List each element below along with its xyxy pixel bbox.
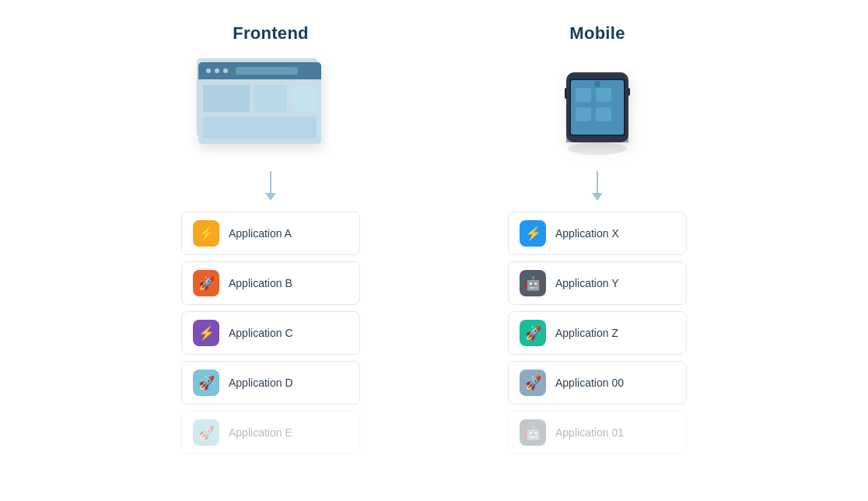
svg-rect-12: [203, 117, 317, 138]
app-item-x[interactable]: ⚡ Application X: [508, 212, 687, 255]
app-icon-y: 🤖: [520, 270, 546, 296]
app-item-01: 🤖 Application 01: [508, 411, 687, 454]
frontend-title: Frontend: [233, 23, 309, 44]
app-name-c: Application C: [229, 327, 293, 339]
app-item-00[interactable]: 🚀 Application 00: [508, 361, 687, 405]
svg-rect-17: [576, 88, 591, 102]
app-name-z: Application Z: [555, 327, 618, 339]
svg-point-6: [215, 68, 219, 73]
app-name-x: Application X: [555, 227, 619, 240]
app-item-b[interactable]: 🚀 Application B: [181, 261, 360, 305]
svg-rect-19: [576, 107, 591, 121]
svg-point-13: [568, 142, 627, 155]
frontend-illustration: [193, 58, 348, 159]
page-wrapper: Frontend: [0, 0, 868, 501]
frontend-arrow: [265, 171, 276, 201]
app-icon-x: ⚡: [520, 220, 546, 247]
svg-rect-20: [596, 107, 611, 121]
app-name-d: Application D: [229, 377, 293, 389]
frontend-column: Frontend: [177, 23, 364, 454]
app-icon-a: ⚡: [193, 220, 219, 247]
app-item-z[interactable]: 🚀 Application Z: [508, 311, 687, 355]
mobile-column: Mobile: [504, 23, 691, 454]
svg-point-21: [594, 81, 600, 87]
mobile-arrow: [592, 171, 603, 201]
app-icon-z: 🚀: [520, 320, 546, 346]
app-name-a: Application A: [229, 227, 292, 240]
svg-rect-9: [203, 85, 250, 112]
mobile-title: Mobile: [569, 23, 625, 44]
mobile-illustration: [520, 58, 675, 159]
app-item-d[interactable]: 🚀 Application D: [181, 361, 360, 405]
app-name-01: Application 01: [555, 426, 624, 439]
app-icon-d: 🚀: [193, 370, 219, 396]
svg-point-7: [223, 68, 228, 73]
svg-rect-23: [628, 88, 630, 96]
svg-rect-8: [236, 67, 298, 75]
columns-container: Frontend: [177, 23, 691, 454]
app-icon-b: 🚀: [193, 270, 219, 296]
app-icon-01: 🤖: [520, 419, 546, 446]
app-icon-e: 🚀: [193, 419, 219, 446]
app-name-b: Application B: [229, 277, 292, 289]
app-item-c[interactable]: ⚡ Application C: [181, 311, 360, 355]
app-icon-c: ⚡: [193, 320, 219, 346]
svg-point-5: [206, 68, 211, 73]
app-item-a[interactable]: ⚡ Application A: [181, 212, 360, 255]
svg-rect-4: [198, 74, 321, 79]
frontend-app-list: ⚡ Application A 🚀 Application B ⚡ Applic…: [181, 212, 360, 454]
mobile-app-list: ⚡ Application X 🤖 Application Y 🚀 Applic…: [508, 212, 687, 454]
app-name-y: Application Y: [555, 277, 618, 289]
svg-rect-11: [292, 85, 317, 112]
app-item-e: 🚀 Application E: [181, 411, 360, 454]
svg-rect-18: [596, 88, 611, 102]
app-name-00: Application 00: [555, 377, 624, 389]
app-icon-00: 🚀: [520, 370, 546, 396]
svg-rect-22: [565, 88, 567, 99]
app-name-e: Application E: [229, 426, 292, 439]
app-item-y[interactable]: 🤖 Application Y: [508, 261, 687, 305]
svg-rect-10: [254, 85, 287, 112]
